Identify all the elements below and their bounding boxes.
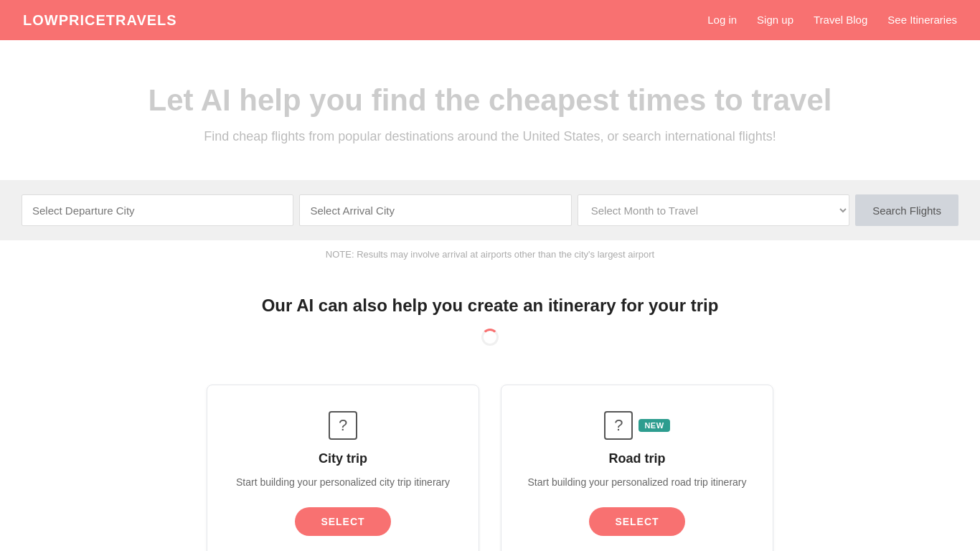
itinerary-section: Our AI can also help you create an itine… xyxy=(0,267,980,377)
signup-link[interactable]: Sign up xyxy=(757,14,793,26)
month-select[interactable]: Select Month to Travel January February … xyxy=(578,194,849,226)
road-trip-card: ? NEW Road trip Start building your pers… xyxy=(501,385,773,551)
new-badge: NEW xyxy=(639,419,669,432)
hero-title: Let AI help you find the cheapest times … xyxy=(14,83,966,118)
itinerary-cards: ? City trip Start building your personal… xyxy=(0,377,980,551)
loading-spinner xyxy=(481,329,499,349)
road-trip-icon-area: ? NEW xyxy=(523,411,751,440)
city-trip-description: Start building your personalized city tr… xyxy=(229,475,457,490)
arrival-city-input[interactable] xyxy=(299,194,571,226)
travel-blog-link[interactable]: Travel Blog xyxy=(814,14,867,26)
city-trip-icon: ? xyxy=(329,411,357,440)
road-trip-title: Road trip xyxy=(523,451,751,466)
road-trip-select-button[interactable]: SELECT xyxy=(589,507,684,536)
city-trip-select-button[interactable]: SELECT xyxy=(295,507,390,536)
road-trip-description: Start building your personalized road tr… xyxy=(523,475,751,490)
hero-subtitle: Find cheap flights from popular destinat… xyxy=(14,129,966,144)
search-flights-button[interactable]: Search Flights xyxy=(855,194,958,226)
see-itineraries-link[interactable]: See Itineraries xyxy=(887,14,957,26)
login-link[interactable]: Log in xyxy=(707,14,737,26)
road-trip-icon: ? xyxy=(604,411,633,440)
itinerary-title: Our AI can also help you create an itine… xyxy=(14,296,966,316)
city-trip-card: ? City trip Start building your personal… xyxy=(207,385,479,551)
spinner-arc xyxy=(481,329,499,346)
nav-links: Log in Sign up Travel Blog See Itinerari… xyxy=(707,14,957,27)
search-note: NOTE: Results may involve arrival at air… xyxy=(0,249,980,267)
brand-logo: LOWPRICETRAVELS xyxy=(23,12,177,29)
hero-section: Let AI help you find the cheapest times … xyxy=(0,40,980,166)
city-trip-title: City trip xyxy=(229,451,457,466)
departure-city-input[interactable] xyxy=(22,194,293,226)
search-bar: Select Month to Travel January February … xyxy=(0,180,980,240)
navbar: LOWPRICETRAVELS Log in Sign up Travel Bl… xyxy=(0,0,980,40)
city-trip-icon-area: ? xyxy=(229,411,457,440)
